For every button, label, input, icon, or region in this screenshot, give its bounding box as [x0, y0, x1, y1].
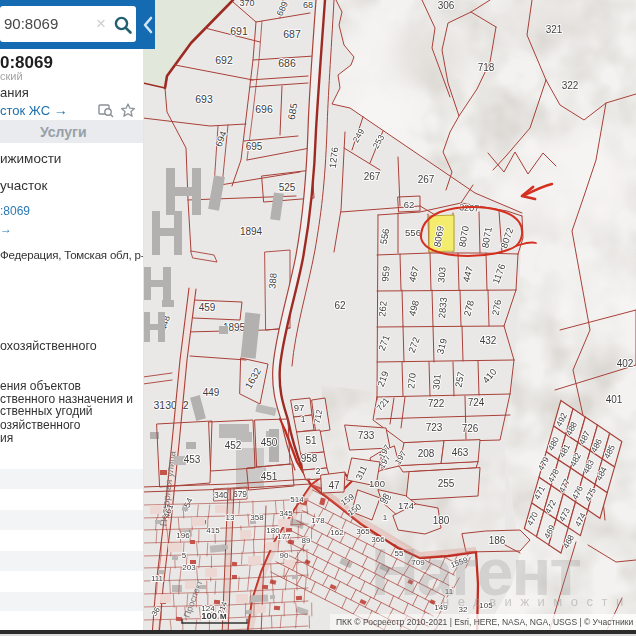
svg-text:100 м: 100 м: [201, 610, 227, 621]
svg-text:692: 692: [215, 54, 233, 66]
svg-text:68: 68: [303, 0, 313, 10]
svg-text:90: 90: [280, 551, 289, 560]
svg-text:726: 726: [462, 423, 479, 434]
svg-text:62: 62: [334, 300, 346, 311]
svg-text:525: 525: [279, 182, 296, 193]
svg-text:180: 180: [433, 515, 450, 526]
svg-text:695: 695: [246, 141, 263, 152]
svg-text:111: 111: [151, 574, 164, 583]
svg-text:178: 178: [311, 516, 325, 525]
svg-text:255: 255: [438, 478, 455, 489]
svg-text:722: 722: [428, 398, 445, 409]
svg-text:306: 306: [438, 0, 455, 11]
svg-text:691: 691: [230, 25, 248, 37]
svg-text:402: 402: [617, 358, 634, 369]
svg-text:959: 959: [379, 265, 391, 282]
svg-text:262: 262: [376, 300, 388, 317]
svg-text:686: 686: [278, 57, 296, 69]
svg-text:463: 463: [452, 447, 469, 458]
svg-text:1: 1: [301, 414, 306, 424]
svg-text:62: 62: [404, 199, 415, 210]
svg-text:267: 267: [364, 171, 381, 182]
svg-text:345: 345: [279, 509, 293, 518]
svg-text:321: 321: [546, 24, 563, 35]
svg-text:267: 267: [418, 174, 435, 185]
svg-text:97: 97: [294, 402, 305, 413]
svg-text:696: 696: [255, 103, 273, 115]
svg-text:358: 358: [250, 513, 264, 522]
svg-text:693: 693: [195, 93, 213, 105]
svg-text:51: 51: [305, 435, 317, 446]
svg-text:1: 1: [383, 513, 388, 522]
svg-text:451: 451: [261, 471, 278, 482]
svg-text:718: 718: [478, 62, 495, 73]
svg-text:2: 2: [315, 466, 320, 476]
svg-text:162: 162: [330, 528, 344, 537]
svg-text:303: 303: [435, 266, 447, 283]
svg-text:203: 203: [182, 563, 196, 572]
svg-text:1894: 1894: [240, 226, 263, 237]
svg-text:196: 196: [176, 531, 190, 540]
svg-text:5: 5: [182, 551, 187, 560]
svg-text:687: 687: [283, 28, 301, 40]
svg-text:453: 453: [184, 454, 201, 465]
svg-text:459: 459: [199, 302, 216, 313]
svg-text:322: 322: [562, 80, 579, 91]
svg-text:370: 370: [239, 0, 254, 8]
svg-text:432: 432: [480, 335, 497, 346]
svg-text:452: 452: [225, 440, 242, 451]
svg-text:514: 514: [290, 495, 304, 504]
svg-text:177: 177: [277, 532, 291, 541]
svg-text:365: 365: [356, 527, 370, 536]
svg-text:449: 449: [203, 387, 220, 398]
svg-text:недвижимости: недвижимости: [442, 594, 632, 609]
svg-text:301: 301: [430, 373, 442, 390]
svg-text:270: 270: [405, 372, 417, 389]
svg-text:2833: 2833: [436, 297, 449, 319]
svg-text:556: 556: [405, 227, 421, 238]
svg-text:723: 723: [426, 422, 443, 433]
svg-text:958: 958: [301, 453, 318, 464]
svg-text:100: 100: [369, 478, 385, 489]
svg-text:340: 340: [214, 490, 228, 500]
svg-text:13: 13: [226, 513, 235, 522]
svg-text:174: 174: [398, 500, 414, 511]
svg-text:679: 679: [233, 489, 247, 499]
svg-text:208: 208: [418, 448, 435, 459]
svg-text:733: 733: [358, 430, 375, 441]
svg-text:89: 89: [302, 536, 311, 545]
svg-text:724: 724: [468, 397, 485, 408]
svg-text:ПКК © Росреестр 2010-2021 | Es: ПКК © Росреестр 2010-2021 | Esri, HERE, …: [336, 617, 636, 627]
svg-text:401: 401: [606, 394, 623, 405]
svg-text:450: 450: [261, 437, 278, 448]
svg-text:388: 388: [266, 272, 278, 289]
svg-text:415: 415: [206, 526, 220, 535]
svg-text:47: 47: [328, 480, 340, 491]
